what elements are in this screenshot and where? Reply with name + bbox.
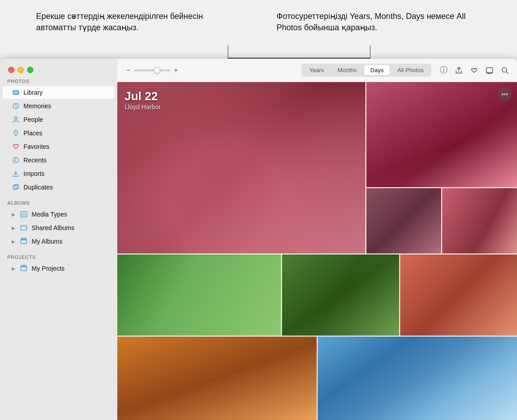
duplicates-icon	[12, 183, 20, 191]
sidebar-item-library[interactable]: Library	[3, 86, 115, 99]
albums-section-label: Albums	[0, 194, 117, 208]
favorites-label: Favorites	[23, 143, 50, 150]
media-types-label: Media Types	[32, 211, 67, 218]
people-icon	[12, 115, 20, 124]
heart-button[interactable]	[469, 65, 479, 75]
sidebar-item-favorites[interactable]: Favorites	[3, 140, 115, 153]
info-button[interactable]: ⓘ	[439, 65, 448, 75]
search-button[interactable]	[500, 65, 510, 75]
photo-grid: Jul 22 Lloyd Harbor •••	[117, 82, 517, 420]
photo-top-right[interactable]: •••	[366, 82, 517, 187]
my-albums-label: My Albums	[32, 238, 62, 245]
disclosure-icon-3: ▶	[12, 239, 15, 244]
shared-albums-label: Shared Albums	[32, 224, 74, 231]
library-icon	[12, 88, 20, 97]
sidebar-item-shared-albums[interactable]: ▶ Shared Albums	[3, 222, 115, 234]
svg-rect-10	[21, 226, 27, 230]
tab-months[interactable]: Months	[331, 65, 363, 75]
sidebar-item-recents[interactable]: Recents	[3, 154, 115, 166]
view-tabs: Years Months Days All Photos	[301, 64, 431, 77]
recents-icon	[12, 156, 20, 164]
date-subtitle: Lloyd Harbor	[125, 103, 161, 111]
media-types-icon	[20, 210, 28, 218]
zoom-thumb	[154, 67, 160, 74]
date-title: Jul 22	[125, 89, 161, 103]
my-albums-icon	[20, 237, 28, 245]
photo-right-bottom-left[interactable]	[366, 188, 441, 254]
app-container: Photos Library Memories	[0, 59, 517, 420]
tooltip-area: Ерекше сәттердің жекелендірілген бейнесі…	[0, 0, 517, 63]
my-projects-label: My Projects	[32, 265, 65, 272]
tooltip-left: Ерекше сәттердің жекелендірілген бейнесі…	[36, 7, 258, 33]
close-button[interactable]	[8, 67, 14, 73]
disclosure-icon: ▶	[12, 212, 15, 217]
library-label: Library	[23, 89, 43, 96]
zoom-slider[interactable]	[134, 69, 170, 71]
disclosure-icon-2: ▶	[12, 226, 15, 231]
sidebar-item-duplicates[interactable]: Duplicates	[3, 181, 115, 194]
zoom-control: − +	[125, 65, 180, 75]
zoom-in-button[interactable]: +	[172, 65, 180, 75]
traffic-lights	[8, 67, 33, 73]
sidebar-item-memories[interactable]: Memories	[3, 100, 115, 112]
maximize-button[interactable]	[27, 67, 33, 73]
sidebar-item-media-types[interactable]: ▶ Media Types	[3, 208, 115, 221]
more-options-button[interactable]: •••	[498, 88, 512, 101]
photo-row3-1[interactable]	[117, 337, 317, 420]
toolbar-actions: ⓘ	[439, 65, 510, 75]
places-label: Places	[23, 129, 42, 137]
sidebar-item-imports[interactable]: Imports	[3, 167, 115, 180]
projects-section-label: Projects	[0, 248, 117, 262]
svg-rect-9	[22, 212, 26, 216]
photos-section-label: Photos	[0, 72, 117, 86]
sidebar-item-my-projects[interactable]: ▶ My Projects	[3, 262, 115, 275]
imports-icon	[12, 170, 20, 178]
tab-all-photos[interactable]: All Photos	[391, 65, 430, 75]
svg-rect-15	[486, 68, 493, 73]
zoom-out-button[interactable]: −	[125, 65, 132, 75]
people-label: People	[23, 116, 43, 123]
sidebar-item-places[interactable]: Places	[3, 127, 115, 139]
main-content: − + Years Months Days All Photos ⓘ	[117, 59, 517, 420]
my-projects-icon	[20, 264, 28, 272]
photo-row3-2[interactable]	[318, 337, 517, 420]
favorites-icon	[12, 143, 20, 151]
share-button[interactable]	[454, 65, 464, 75]
svg-rect-1	[14, 91, 18, 94]
svg-point-3	[14, 117, 17, 120]
svg-point-4	[15, 132, 17, 133]
photo-row2-2[interactable]	[282, 254, 399, 336]
tab-years[interactable]: Years	[303, 65, 330, 75]
tab-days[interactable]: Days	[364, 65, 390, 75]
sidebar-item-people[interactable]: People	[3, 113, 115, 126]
minimize-button[interactable]	[18, 67, 24, 73]
places-icon	[12, 129, 20, 137]
sidebar: Photos Library Memories	[0, 59, 117, 420]
memories-icon	[12, 102, 20, 110]
sidebar-item-my-albums[interactable]: ▶ My Albums	[3, 235, 115, 248]
photo-right-bottom-right[interactable]	[442, 188, 517, 254]
disclosure-icon-4: ▶	[12, 266, 15, 271]
shared-albums-icon	[20, 224, 28, 232]
photo-row2-1[interactable]	[117, 254, 281, 336]
photo-main-large[interactable]: Jul 22 Lloyd Harbor	[117, 82, 365, 254]
slideshow-button[interactable]	[485, 65, 494, 75]
toolbar: − + Years Months Days All Photos ⓘ	[117, 59, 517, 82]
photo-row2-3[interactable]	[400, 254, 517, 336]
imports-label: Imports	[23, 170, 45, 177]
duplicates-label: Duplicates	[23, 184, 53, 191]
recents-label: Recents	[23, 157, 46, 164]
memories-label: Memories	[23, 102, 51, 110]
tooltip-right: Фотосуреттеріңізді Years, Months, Days н…	[258, 7, 481, 33]
